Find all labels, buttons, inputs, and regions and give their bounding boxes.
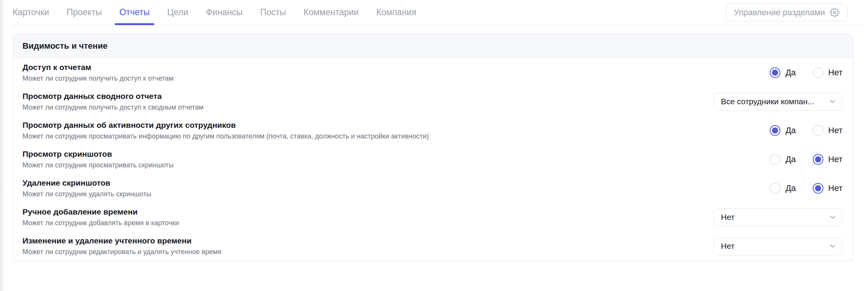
- setting-title: Просмотр скриншотов: [22, 149, 174, 159]
- setting-row-edit-delete-time: Изменение и удаление учтенного времениМо…: [13, 232, 853, 261]
- radio-dot: [815, 185, 821, 191]
- chevron-down-icon: [828, 213, 837, 221]
- setting-text: Просмотр скриншотовМожет ли сотрудник пр…: [22, 149, 174, 169]
- setting-row-manual-time-add: Ручное добавление времениМожет ли сотруд…: [13, 203, 853, 232]
- tab-company[interactable]: Компания: [376, 0, 416, 25]
- section-title: Видимость и чтение: [22, 41, 107, 51]
- gear-icon: [830, 8, 839, 17]
- radio-yes-access-reports[interactable]: Да: [770, 67, 796, 78]
- radio-dot: [815, 156, 821, 162]
- settings-card: Видимость и чтение Доступ к отчетамМожет…: [13, 33, 854, 261]
- radio-circle-icon: [813, 183, 823, 194]
- radio-label: Нет: [828, 183, 842, 193]
- settings-rows: Доступ к отчетамМожет ли сотрудник получ…: [13, 58, 853, 261]
- setting-row-access-reports: Доступ к отчетамМожет ли сотрудник получ…: [13, 58, 853, 87]
- setting-subtitle: Может ли сотрудник просматривать скриншо…: [22, 161, 174, 169]
- radio-no-others-activity-data[interactable]: Нет: [813, 125, 842, 136]
- left-panel-edge: [0, 0, 4, 291]
- radio-group-view-screenshots: ДаНет: [770, 154, 842, 165]
- tab-cards[interactable]: Карточки: [13, 0, 49, 25]
- setting-subtitle: Может ли сотрудник добавлять время в кар…: [22, 219, 179, 227]
- radio-label: Да: [785, 183, 796, 193]
- setting-text: Просмотр данных об активности других сот…: [22, 121, 429, 140]
- section-header: Видимость и чтение: [13, 34, 853, 58]
- setting-text: Ручное добавление времениМожет ли сотруд…: [22, 207, 179, 227]
- select-summary-report-data[interactable]: Все сотрудники компан...: [714, 93, 842, 111]
- tab-posts[interactable]: Посты: [260, 0, 286, 25]
- select-value: Все сотрудники компан...: [721, 97, 814, 106]
- setting-subtitle: Может ли сотрудник получить доступ к отч…: [22, 75, 174, 83]
- setting-text: Просмотр данных сводного отчетаМожет ли …: [22, 92, 203, 111]
- setting-row-summary-report-data: Просмотр данных сводного отчетаМожет ли …: [13, 87, 853, 116]
- radio-yes-view-screenshots[interactable]: Да: [770, 154, 796, 165]
- radio-circle-icon: [770, 154, 780, 165]
- setting-subtitle: Может ли сотрудник редактировать и удаля…: [22, 248, 221, 256]
- select-value: Нет: [721, 242, 735, 251]
- radio-label: Нет: [828, 126, 842, 135]
- setting-title: Удаление скриншотов: [22, 178, 151, 188]
- manage-sections-button[interactable]: Управление разделами: [726, 3, 847, 21]
- setting-title: Ручное добавление времени: [22, 207, 179, 216]
- radio-circle-icon: [770, 67, 780, 78]
- radio-label: Нет: [828, 68, 842, 78]
- radio-group-access-reports: ДаНет: [770, 67, 842, 78]
- tab-goals[interactable]: Цели: [167, 0, 188, 25]
- setting-title: Просмотр данных об активности других сот…: [22, 121, 429, 130]
- tab-projects[interactable]: Проекты: [67, 0, 102, 25]
- setting-row-delete-screenshots: Удаление скриншотовМожет ли сотрудник уд…: [13, 174, 853, 203]
- setting-subtitle: Может ли сотрудник получить доступ к сво…: [22, 103, 203, 111]
- setting-row-view-screenshots: Просмотр скриншотовМожет ли сотрудник пр…: [13, 145, 853, 174]
- radio-no-access-reports[interactable]: Нет: [813, 67, 842, 78]
- tabs-nav: КарточкиПроектыОтчетыЦелиФинансыПостыКом…: [13, 0, 416, 25]
- radio-label: Да: [785, 126, 796, 135]
- radio-yes-delete-screenshots[interactable]: Да: [770, 183, 796, 194]
- tab-comments[interactable]: Комментарии: [304, 0, 359, 25]
- setting-title: Изменение и удаление учтенного времени: [22, 236, 221, 245]
- setting-subtitle: Может ли сотрудник просматривать информа…: [22, 132, 429, 140]
- setting-text: Изменение и удаление учтенного времениМо…: [22, 236, 221, 256]
- setting-title: Просмотр данных сводного отчета: [22, 92, 203, 101]
- select-manual-time-add[interactable]: Нет: [714, 208, 842, 226]
- radio-dot: [772, 70, 778, 76]
- tab-reports[interactable]: Отчеты: [119, 0, 150, 25]
- chevron-down-icon: [828, 97, 837, 106]
- setting-subtitle: Может ли сотрудник удалять скриншоты: [22, 190, 151, 198]
- radio-no-delete-screenshots[interactable]: Нет: [813, 183, 842, 194]
- setting-row-others-activity-data: Просмотр данных об активности других сот…: [13, 116, 853, 145]
- radio-yes-others-activity-data[interactable]: Да: [770, 125, 796, 136]
- radio-circle-icon: [770, 125, 780, 136]
- radio-circle-icon: [813, 125, 823, 136]
- setting-text: Удаление скриншотовМожет ли сотрудник уд…: [22, 178, 151, 198]
- radio-group-delete-screenshots: ДаНет: [770, 183, 842, 194]
- radio-label: Нет: [828, 154, 842, 164]
- select-edit-delete-time[interactable]: Нет: [714, 237, 842, 255]
- radio-group-others-activity-data: ДаНет: [770, 125, 842, 136]
- radio-dot: [772, 127, 778, 134]
- tab-finances[interactable]: Финансы: [206, 0, 243, 25]
- tab-bar: КарточкиПроектыОтчетыЦелиФинансыПостыКом…: [13, 0, 865, 25]
- radio-circle-icon: [770, 183, 780, 194]
- radio-label: Да: [785, 68, 796, 78]
- chevron-down-icon: [828, 242, 837, 250]
- select-value: Нет: [721, 213, 735, 222]
- setting-title: Доступ к отчетам: [22, 63, 174, 72]
- settings-page: КарточкиПроектыОтчетыЦелиФинансыПостыКом…: [0, 0, 868, 261]
- manage-sections-label: Управление разделами: [734, 8, 825, 17]
- radio-no-view-screenshots[interactable]: Нет: [813, 154, 842, 165]
- setting-text: Доступ к отчетамМожет ли сотрудник получ…: [22, 63, 174, 83]
- radio-circle-icon: [813, 154, 823, 165]
- radio-circle-icon: [813, 67, 823, 78]
- radio-label: Да: [785, 154, 796, 164]
